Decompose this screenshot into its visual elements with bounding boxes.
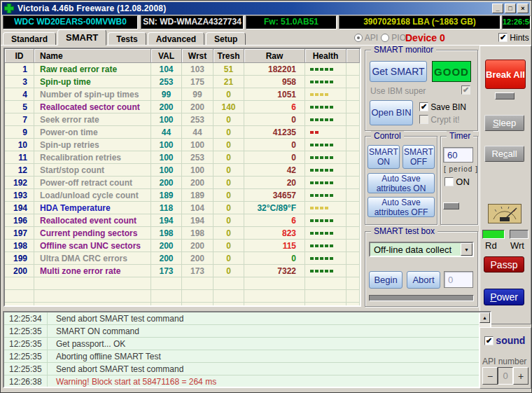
- header-id[interactable]: ID: [5, 49, 34, 62]
- attr-val: 194: [151, 214, 182, 227]
- timer-on-checkbox[interactable]: [444, 177, 454, 186]
- minimize-icon[interactable]: _: [492, 4, 503, 13]
- header-wrst[interactable]: Wrst: [182, 49, 214, 62]
- table-row[interactable]: 11 Recalibration retries 100 253 0 0: [5, 151, 360, 164]
- table-row[interactable]: 194 HDA Temperature 118 104 0 32°C/89°F: [5, 202, 360, 214]
- sound-checkbox[interactable]: [484, 336, 493, 345]
- table-row[interactable]: [5, 303, 360, 307]
- auto-save-on-button[interactable]: Auto Save attributes ON: [368, 173, 435, 193]
- maximize-icon[interactable]: □: [505, 4, 516, 13]
- abort-button[interactable]: Abort: [407, 271, 440, 289]
- health-dot: [325, 169, 328, 172]
- drive-capacity: 3907029168 LBA (~1863 GB): [339, 15, 500, 29]
- tab-smart[interactable]: SMART: [57, 29, 106, 46]
- tab-advanced[interactable]: Advanced: [148, 32, 204, 46]
- api-plus-button[interactable]: +: [513, 367, 528, 385]
- recall-button[interactable]: Recall: [484, 146, 524, 162]
- api-minus-button[interactable]: −: [482, 367, 498, 385]
- crypt-it-group[interactable]: Crypt it!: [419, 115, 460, 125]
- timer-on-group[interactable]: ON: [444, 177, 470, 187]
- crypt-it-checkbox[interactable]: [419, 115, 428, 124]
- auto-save-off-button[interactable]: Auto Save attributes OFF: [368, 197, 435, 217]
- attr-health-dots: [305, 290, 346, 303]
- log-entry[interactable]: 12:25:35 SMART ON command: [4, 325, 490, 338]
- table-row[interactable]: 9 Power-on time 44 44 0 41235: [5, 126, 360, 139]
- table-row[interactable]: 5 Reallocated sector count 200 200 140 6: [5, 101, 360, 113]
- health-dot: [330, 219, 333, 222]
- attr-tresh: 0: [214, 177, 244, 189]
- attr-spacer: [346, 151, 360, 164]
- table-row[interactable]: 10 Spin-up retries 100 100 0 0: [5, 139, 360, 151]
- table-row[interactable]: 196 Reallocated event count 194 194 0 6: [5, 214, 360, 227]
- sleep-button[interactable]: Sleep: [484, 115, 524, 131]
- table-row[interactable]: [5, 290, 360, 303]
- victoria-window: { "titlebar": { "title": "Victoria 4.46b…: [0, 0, 532, 393]
- table-row[interactable]: 7 Seek error rate 100 253 0 0: [5, 113, 360, 126]
- save-bin-checkbox[interactable]: [419, 102, 428, 111]
- health-dot: [325, 207, 328, 209]
- table-row[interactable]: 200 Multi zone error rate 173 173 0 7322: [5, 265, 360, 277]
- table-row[interactable]: [5, 277, 360, 290]
- header-tresh[interactable]: Tresh: [214, 49, 244, 62]
- hints-checkbox[interactable]: [498, 33, 507, 42]
- table-row[interactable]: 198 Offline scan UNC sectors 200 200 0 1…: [5, 240, 360, 252]
- close-icon[interactable]: ×: [517, 4, 528, 13]
- attr-wrst: 100: [182, 164, 214, 177]
- health-dot: [330, 194, 333, 197]
- tab-setup[interactable]: Setup: [206, 32, 246, 46]
- break-all-button[interactable]: Break All: [485, 60, 526, 89]
- use-ibm-checkbox[interactable]: [461, 85, 470, 95]
- log-entry[interactable]: 12:25:35 Get passport... OK: [4, 338, 490, 350]
- health-dot: [330, 118, 333, 121]
- table-row[interactable]: 197 Current pending sectors 198 198 0 82…: [5, 227, 360, 240]
- attr-wrst: 100: [182, 139, 214, 151]
- header-raw[interactable]: Raw: [244, 49, 305, 62]
- health-dot: [330, 181, 333, 184]
- tab-tests[interactable]: Tests: [108, 32, 146, 46]
- pio-radio-circle[interactable]: [381, 34, 389, 42]
- get-smart-button[interactable]: Get SMART: [370, 61, 427, 82]
- passp-button[interactable]: Passp: [484, 256, 524, 273]
- smart-table-body: 1 Raw read error rate 104 103 51 182201 …: [5, 63, 360, 307]
- log-entry[interactable]: 12:25:34 Send abort SMART test command: [4, 312, 490, 325]
- tab-standard[interactable]: Standard: [3, 32, 56, 46]
- log-entry[interactable]: 12:25:35 Send abort SMART test command: [4, 363, 490, 375]
- attr-val: 100: [151, 151, 182, 164]
- table-row[interactable]: 1 Raw read error rate 104 103 51 182201: [5, 63, 360, 76]
- table-row[interactable]: 12 Start/stop count 100 100 0 42: [5, 164, 360, 177]
- api-radio[interactable]: API: [354, 33, 378, 43]
- timer-period-input[interactable]: 60: [443, 147, 473, 163]
- scroll-up-icon[interactable]: ▲: [479, 312, 490, 323]
- save-bin-group[interactable]: Save BIN: [419, 102, 466, 112]
- table-row[interactable]: 192 Power-off retract count 200 200 0 20: [5, 177, 360, 189]
- pio-radio[interactable]: PIO: [381, 33, 406, 43]
- test-counter-input[interactable]: 0: [444, 271, 473, 288]
- test-type-dropdown[interactable]: Off-line data collect ▼: [369, 242, 474, 257]
- log-entry[interactable]: 12:26:38 Warning! Block start at 5847116…: [4, 375, 490, 388]
- header-val[interactable]: VAL: [151, 49, 182, 62]
- header-health[interactable]: Health: [305, 49, 346, 62]
- attr-wrst: 198: [182, 227, 214, 240]
- attr-tresh: 0: [214, 113, 244, 126]
- sound-group[interactable]: sound: [484, 335, 525, 346]
- power-button[interactable]: Power: [484, 289, 524, 305]
- hints-checkbox-group[interactable]: Hints: [498, 33, 529, 43]
- chevron-down-icon[interactable]: ▼: [461, 243, 472, 256]
- api-radio-circle[interactable]: [354, 34, 363, 42]
- table-row[interactable]: 193 Load/unload cycle count 189 189 0 34…: [5, 189, 360, 202]
- header-name[interactable]: Name: [34, 49, 151, 62]
- health-dot: [315, 169, 318, 172]
- table-row[interactable]: 199 Ultra DMA CRC errors 200 200 0 0: [5, 252, 360, 265]
- smart-off-button[interactable]: SMART OFF: [402, 145, 435, 169]
- attr-name: Reallocated sector count: [34, 101, 151, 113]
- table-row[interactable]: 4 Number of spin-up times 99 99 0 1051: [5, 88, 360, 101]
- smart-on-button[interactable]: SMART ON: [368, 145, 400, 169]
- log-entry[interactable]: 12:25:35 Aborting offline SMART Test: [4, 350, 490, 363]
- begin-button[interactable]: Begin: [369, 271, 402, 289]
- table-row[interactable]: 3 Spin-up time 253 175 21 958: [5, 76, 360, 88]
- attr-spacer: [346, 265, 360, 277]
- health-dot: [325, 68, 328, 71]
- attr-health-dots: [305, 139, 346, 151]
- attr-wrst: 175: [182, 76, 214, 88]
- open-bin-button[interactable]: Open BIN: [370, 100, 413, 125]
